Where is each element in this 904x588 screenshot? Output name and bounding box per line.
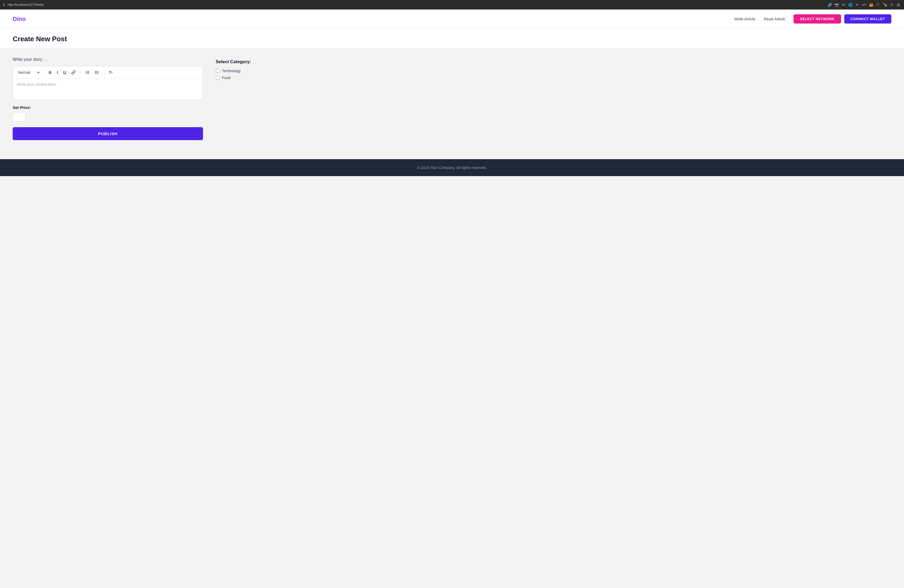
category-technology[interactable]: Technology <box>216 69 269 73</box>
unordered-list-button[interactable] <box>93 69 101 76</box>
ext-code-icon[interactable]: </> <box>862 2 866 7</box>
navbar: Dino Write Article Read Article SELECT N… <box>0 9 904 28</box>
footer-text: © 2023 Your Company. All rights reserved… <box>417 166 487 170</box>
link-button[interactable] <box>70 69 77 76</box>
story-label: Write your story ... <box>13 57 203 62</box>
browser-url: http://localhost:5173/write <box>8 3 44 6</box>
page-header: Create New Post <box>0 28 904 49</box>
page-container: Write your story ... Normal Heading 1 He… <box>0 49 904 149</box>
editor-container: Normal Heading 1 Heading 2 Heading 3 B I… <box>13 66 203 100</box>
italic-button[interactable]: I <box>55 69 60 76</box>
footer: © 2023 Your Company. All rights reserved… <box>0 159 904 176</box>
nav-read-article[interactable]: Read Article <box>764 17 785 21</box>
svg-point-6 <box>95 71 96 72</box>
info-icon: ℹ <box>3 3 5 7</box>
category-radio-technology[interactable] <box>216 69 220 73</box>
browser-extensions: 🔗 📷 ✉ 🌐 ✦ </> 🦊 🛡 🪶 ↺ ⊞ <box>827 2 901 7</box>
ext-mail-icon[interactable]: ✉ <box>841 2 846 7</box>
svg-point-8 <box>95 73 96 74</box>
ext-camera-icon[interactable]: 📷 <box>834 2 839 7</box>
ext-feather-icon[interactable]: 🪶 <box>882 2 887 7</box>
publish-button[interactable]: PUBLISH <box>13 127 203 140</box>
page-title: Create New Post <box>13 35 891 43</box>
clear-format-button[interactable]: Tx <box>107 69 114 76</box>
price-input[interactable] <box>13 112 25 122</box>
format-select[interactable]: Normal Heading 1 Heading 2 Heading 3 <box>16 70 40 75</box>
toolbar-divider-3 <box>104 70 104 75</box>
ext-shield-icon[interactable]: 🛡 <box>876 2 880 7</box>
ext-globe-icon[interactable]: 🌐 <box>848 2 853 7</box>
logo: Dino <box>13 16 26 22</box>
set-price-label: Set Price: <box>13 105 203 110</box>
category-radio-food[interactable] <box>216 76 220 80</box>
ext-grid-icon[interactable]: ⊞ <box>896 2 901 7</box>
category-technology-label: Technology <box>222 69 241 73</box>
ext-link-icon[interactable]: 🔗 <box>827 2 832 7</box>
ordered-list-button[interactable] <box>84 69 91 76</box>
editor-toolbar: Normal Heading 1 Heading 2 Heading 3 B I… <box>13 66 203 79</box>
category-food[interactable]: Food <box>216 76 269 80</box>
main-content: Write your story ... Normal Heading 1 He… <box>0 49 904 149</box>
ext-fox-icon[interactable]: 🦊 <box>869 2 873 7</box>
select-network-button[interactable]: SELECT NETWORK <box>793 14 841 24</box>
nav-links: Write Article Read Article <box>734 17 785 21</box>
ext-nav-icon[interactable]: ✦ <box>855 2 860 7</box>
svg-point-7 <box>95 72 96 73</box>
category-title: Select Category: <box>216 59 269 65</box>
nav-buttons: SELECT NETWORK CONNECT WALLET <box>793 14 891 24</box>
bold-button[interactable]: B <box>47 69 53 76</box>
underline-button[interactable]: U <box>62 69 68 76</box>
browser-bar: ℹ http://localhost:5173/write 🔗 📷 ✉ 🌐 ✦ … <box>0 0 904 9</box>
category-section: Select Category: Technology Food <box>216 57 269 82</box>
connect-wallet-button[interactable]: CONNECT WALLET <box>844 14 891 24</box>
category-food-label: Food <box>222 76 231 80</box>
editor-content-area[interactable]: Write your content here... <box>13 79 203 100</box>
toolbar-divider-1 <box>44 70 44 75</box>
editor-section: Write your story ... Normal Heading 1 He… <box>13 57 203 140</box>
nav-write-article[interactable]: Write Article <box>734 17 755 21</box>
ext-refresh-icon[interactable]: ↺ <box>889 2 894 7</box>
